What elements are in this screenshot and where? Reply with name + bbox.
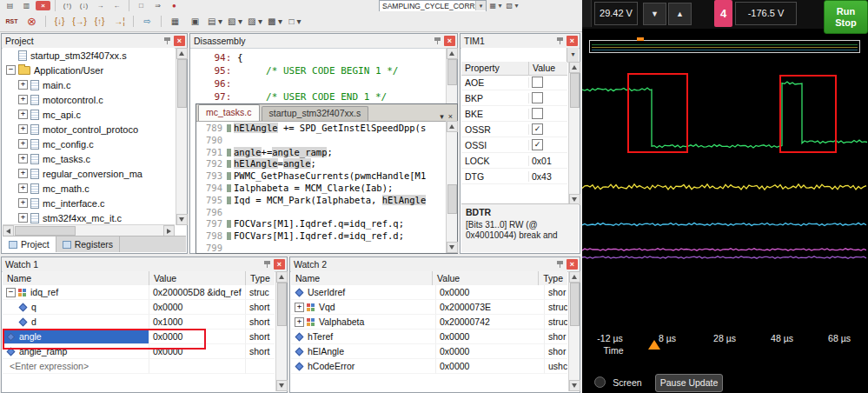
tree-item-file[interactable]: + main.c [3, 77, 175, 92]
command-window-icon[interactable]: ▤ ▾ [206, 14, 224, 29]
column-header[interactable]: Name [3, 271, 149, 285]
scroll-thumb[interactable] [15, 226, 76, 236]
watch-row[interactable]: d 0x1000 short [3, 315, 275, 330]
tree-item-file[interactable]: + mc_tasks.c [3, 151, 175, 166]
scroll-thumb[interactable] [277, 283, 287, 326]
scroll-down-icon[interactable] [176, 214, 188, 225]
run-to-cursor-icon[interactable]: →¦ [110, 14, 129, 29]
screen-label[interactable]: Screen [613, 377, 641, 388]
watch-row[interactable]: + Vqd 0x2000073E struc [291, 300, 567, 315]
scroll-up-icon[interactable] [447, 48, 458, 59]
tree-item-file[interactable]: startup_stm32f407xx.s [3, 48, 175, 63]
system-viewer-icon[interactable]: □ ▾ [286, 14, 304, 29]
expand-icon[interactable]: + [18, 154, 28, 163]
collapse-icon[interactable]: − [6, 288, 16, 297]
expand-icon[interactable]: + [18, 139, 28, 149]
editor-close-icon[interactable]: × [448, 112, 453, 121]
memory-window-icon[interactable]: ▨ ▾ [246, 14, 264, 29]
register-bit-row[interactable]: OSSR ✓ [461, 122, 567, 137]
start-debug-icon[interactable]: ⇒ [150, 1, 165, 10]
tab-menu-icon[interactable]: ▾ [440, 112, 444, 121]
watch-value[interactable]: 0x0000 [149, 300, 246, 315]
expand-icon[interactable]: + [18, 95, 28, 104]
tree-item-file[interactable]: + mc_api.c [3, 107, 175, 122]
tree-item-file[interactable]: + stm32f4xx_mc_it.c [3, 210, 175, 225]
combo-dropdown-icon[interactable]: ▾ [567, 48, 579, 62]
peripherals-window-icon[interactable]: ▩ ▾ [266, 14, 284, 29]
pin-icon[interactable] [163, 37, 171, 45]
watch-window-icon[interactable]: ▧ ▾ [226, 14, 244, 29]
pin-icon[interactable] [556, 260, 564, 269]
next-bookmark-icon[interactable]: (↓) [76, 1, 91, 10]
pin-icon[interactable] [434, 37, 441, 45]
trigger-marker[interactable] [648, 340, 660, 350]
register-select-combo[interactable]: ▾ [461, 48, 579, 63]
watch-row-new[interactable]: <Enter expression> [3, 359, 275, 374]
scroll-up-icon[interactable] [569, 271, 580, 283]
debug-combo[interactable]: SAMPLING_CYCLE_CORRE ▾ [379, 0, 487, 12]
checkbox[interactable] [532, 77, 543, 88]
close-icon[interactable]: × [567, 259, 578, 270]
save-all-icon[interactable]: ▥ [19, 1, 34, 10]
tab-startup[interactable]: startup_stm32f407xx.s [262, 106, 369, 121]
find-icon[interactable]: □ [134, 1, 149, 10]
close-icon[interactable]: × [567, 36, 578, 46]
watch-row[interactable]: hCodeError 0x0000 ushc [291, 359, 567, 374]
expand-icon[interactable]: + [18, 169, 28, 178]
checkbox[interactable] [532, 108, 543, 119]
register-bit-row[interactable]: OSSI ✓ [461, 137, 567, 153]
expand-icon[interactable]: + [18, 183, 28, 193]
register-bit-row[interactable]: BKE [461, 106, 567, 122]
enter-expression[interactable]: <Enter expression> [3, 359, 149, 374]
scroll-up-icon[interactable] [447, 121, 458, 132]
tree-item-file[interactable]: + mc_math.c [3, 181, 175, 196]
tab-project[interactable]: Project [3, 236, 56, 252]
column-header[interactable]: Name [291, 271, 433, 285]
editor-window-icon[interactable]: ▣ [186, 14, 204, 29]
register-bit-row[interactable]: BKP [461, 90, 567, 106]
watch-value[interactable]: 0x0000 [436, 330, 545, 344]
pin-icon[interactable] [556, 37, 564, 45]
expand-icon[interactable]: + [295, 317, 304, 327]
new-file-icon[interactable]: ▤ [3, 1, 17, 10]
scroll-thumb[interactable] [570, 73, 580, 108]
editor-vscrollbar[interactable] [446, 121, 457, 253]
watch2-vscrollbar[interactable] [568, 271, 580, 391]
step-over-icon[interactable]: {→} [70, 14, 89, 29]
tree-item-folder[interactable]: − Application/User [3, 63, 175, 77]
watch1-vscrollbar[interactable] [275, 271, 287, 391]
tim1-vscrollbar[interactable] [568, 62, 580, 205]
watch-row[interactable]: − idq_ref 0x200005D8 &idq_ref struc [3, 285, 275, 300]
expand-icon[interactable]: + [18, 213, 28, 223]
column-header[interactable]: Value [433, 271, 539, 285]
code-editor[interactable]: 789hElAngle += SPD_GetInstElSpeedDpp(s 7… [196, 121, 446, 253]
close-icon[interactable]: × [444, 36, 455, 46]
expand-icon[interactable]: + [295, 303, 304, 312]
watch-value[interactable]: 0x20000742 [436, 315, 545, 330]
expand-icon[interactable]: + [18, 110, 28, 119]
breakpoint-icon[interactable]: ● [167, 1, 182, 10]
watch-row[interactable]: q 0x0000 short [3, 300, 275, 315]
scroll-thumb[interactable] [447, 184, 457, 214]
scroll-thumb[interactable] [447, 59, 457, 85]
watch-row[interactable]: + Valphabeta 0x20000742 struc [291, 315, 567, 330]
column-header[interactable]: Type [246, 271, 275, 285]
scroll-thumb[interactable] [177, 59, 187, 108]
combo-dropdown-icon[interactable]: ▾ [475, 1, 486, 10]
scroll-down-icon[interactable] [276, 380, 288, 391]
reset-icon[interactable]: RST [3, 14, 21, 29]
project-vscrollbar[interactable] [176, 48, 187, 225]
project-hscrollbar[interactable] [3, 224, 175, 236]
step-out-icon[interactable]: {↑} [90, 14, 109, 29]
run-icon[interactable]: ⇨ [138, 14, 156, 29]
expand-icon[interactable]: + [18, 198, 28, 208]
tree-item-file[interactable]: + mc_interface.c [3, 196, 175, 210]
pin-icon[interactable] [263, 260, 271, 269]
close-window-icon[interactable]: × [36, 1, 50, 10]
trace-window-icon[interactable]: ▦ ▾ [488, 1, 503, 10]
register-bit-row[interactable]: AOE [461, 75, 567, 90]
indent-icon[interactable]: → [93, 1, 108, 10]
prev-bookmark-icon[interactable]: (↑) [60, 1, 75, 10]
checkbox[interactable] [532, 92, 543, 103]
scroll-down-icon[interactable] [447, 242, 458, 253]
